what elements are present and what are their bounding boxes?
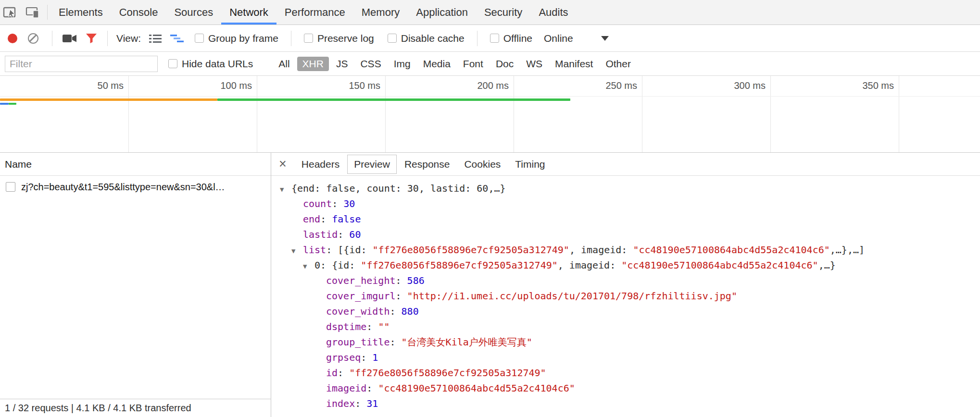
json-key: count: [303, 198, 332, 209]
checkbox-label: Offline: [503, 33, 532, 44]
checkbox-box[interactable]: [195, 34, 204, 43]
filter-pill-img[interactable]: Img: [389, 57, 416, 71]
tab-audits[interactable]: Audits: [530, 0, 576, 25]
request-checkbox[interactable]: [6, 182, 15, 192]
checkbox-hide-data-urls[interactable]: Hide data URLs: [168, 58, 253, 70]
summary-text: 1 / 32 requests | 4.1 KB / 4.1 KB transf…: [5, 403, 191, 414]
filter-pill-manifest[interactable]: Manifest: [550, 57, 598, 71]
preview-pane: ▼{end: false, count: 30, lastid: 60,…}co…: [271, 176, 980, 417]
timeline-tick-label: 350 ms: [807, 80, 894, 91]
tree-line: group_title: "台湾美女Kila户外唯美写真": [271, 334, 980, 350]
tab-performance[interactable]: Performance: [276, 0, 353, 25]
checkbox-offline[interactable]: Offline: [490, 33, 532, 44]
filter-pill-xhr[interactable]: XHR: [297, 57, 329, 71]
tab-network[interactable]: Network: [221, 0, 276, 25]
json-string: "cc48190e57100864abc4d55a2c4104c6": [621, 259, 818, 271]
camera-icon: [63, 34, 77, 43]
json-number: 60: [349, 229, 361, 240]
tab-console[interactable]: Console: [111, 0, 166, 25]
tree-line: lastid: 60: [271, 227, 980, 242]
capture-screenshots-button[interactable]: [63, 34, 77, 43]
checkbox-label: Disable cache: [401, 33, 465, 44]
filter-pill-js[interactable]: JS: [331, 57, 353, 71]
inspect-element-button[interactable]: [0, 0, 22, 25]
json-text: :: [361, 352, 372, 363]
timeline-gridline: [385, 76, 386, 152]
filter-pill-media[interactable]: Media: [418, 57, 456, 71]
checkbox-group-log-cache: Preserve logDisable cache: [297, 33, 471, 44]
expander-triangle-icon[interactable]: ▼: [291, 243, 303, 258]
json-string: "ff276e8056f58896e7cf92505a312749": [349, 367, 546, 379]
checkbox-preserve-log[interactable]: Preserve log: [304, 33, 374, 44]
requests-panel: Name zj?ch=beauty&t1=595&listtype=new&sn…: [0, 153, 271, 417]
timeline-gridline: [899, 76, 899, 152]
tab-elements[interactable]: Elements: [50, 0, 111, 25]
tab-security[interactable]: Security: [476, 0, 530, 25]
timeline-gridline: [642, 76, 642, 152]
checkbox-label: Group by frame: [208, 33, 278, 44]
tree-line[interactable]: ▼list: [{id: "ff276e8056f58896e7cf92505a…: [271, 242, 980, 258]
filter-input[interactable]: [5, 56, 158, 72]
preview-tree: ▼{end: false, count: 30, lastid: 60,…}co…: [271, 181, 980, 411]
close-details-button[interactable]: ×: [279, 158, 287, 171]
json-text: :: [338, 367, 349, 379]
expander-triangle-icon[interactable]: ▼: [280, 182, 291, 197]
json-text: :: [355, 398, 366, 409]
json-text: :: [396, 275, 407, 286]
json-text: , imageid:: [569, 244, 633, 256]
tab-application[interactable]: Application: [408, 0, 476, 25]
show-overview-button[interactable]: [170, 34, 184, 43]
json-text: :: [320, 213, 332, 225]
detail-tab-headers[interactable]: Headers: [295, 155, 346, 174]
expander-triangle-icon[interactable]: ▼: [303, 258, 314, 274]
toolbar-separator: [52, 31, 52, 46]
timeline-overview[interactable]: 50 ms100 ms150 ms200 ms250 ms300 ms350 m…: [0, 76, 980, 153]
tree-line[interactable]: ▼{end: false, count: 30, lastid: 60,…}: [271, 181, 980, 196]
filter-pill-all[interactable]: All: [273, 57, 295, 71]
devtools-tabbar: ElementsConsoleSourcesNetworkPerformance…: [0, 0, 980, 25]
tab-memory[interactable]: Memory: [353, 0, 408, 25]
json-text: ,…},…]: [830, 244, 865, 256]
checkbox-box[interactable]: [388, 34, 397, 43]
use-small-request-rows-button[interactable]: [149, 34, 162, 43]
device-toolbar-button[interactable]: [22, 0, 44, 25]
json-number: false: [332, 213, 361, 225]
name-column-header[interactable]: Name: [0, 153, 271, 176]
filter-toggle-button[interactable]: [86, 33, 97, 44]
checkbox-box[interactable]: [304, 34, 313, 43]
tree-line: cover_width: 880: [271, 304, 980, 319]
json-text: 0: [314, 259, 320, 271]
checkbox-disable-cache[interactable]: Disable cache: [388, 33, 465, 44]
detail-tabbar: × HeadersPreviewResponseCookiesTiming: [271, 153, 980, 176]
clear-button[interactable]: [28, 33, 38, 44]
tree-line[interactable]: ▼0: {id: "ff276e8056f58896e7cf92505a3127…: [271, 258, 980, 273]
detail-tab-timing[interactable]: Timing: [508, 155, 552, 174]
tab-sources[interactable]: Sources: [166, 0, 221, 25]
request-row[interactable]: zj?ch=beauty&t1=595&listtype=new&sn=30&l…: [0, 176, 271, 198]
filter-pill-other[interactable]: Other: [600, 57, 636, 71]
filter-pill-font[interactable]: Font: [458, 57, 489, 71]
filter-pill-ws[interactable]: WS: [521, 57, 548, 71]
json-number: 586: [407, 275, 425, 286]
throttling-dropdown[interactable]: Online: [544, 33, 609, 44]
json-text: :: [396, 290, 407, 302]
filter-pill-css[interactable]: CSS: [355, 57, 386, 71]
detail-tab-preview[interactable]: Preview: [347, 155, 397, 174]
json-text: :: [389, 336, 401, 348]
detail-tab-cookies[interactable]: Cookies: [457, 155, 507, 174]
json-text: :: [366, 321, 378, 332]
checkbox-box[interactable]: [168, 59, 177, 68]
filter-pill-doc[interactable]: Doc: [490, 57, 519, 71]
json-key: index: [326, 398, 355, 409]
toolbar-separator: [107, 31, 108, 46]
record-button[interactable]: [8, 34, 17, 43]
json-text: :: [366, 382, 378, 394]
json-text: [{id:: [338, 244, 372, 256]
json-number: 31: [366, 398, 378, 409]
detail-tab-response[interactable]: Response: [398, 155, 457, 174]
checkbox-group-by-frame[interactable]: Group by frame: [195, 33, 278, 44]
network-main: Name zj?ch=beauty&t1=595&listtype=new&sn…: [0, 153, 980, 417]
checkbox-box[interactable]: [490, 34, 499, 43]
timeline-tick-label: 300 ms: [679, 80, 766, 91]
json-text: , imageid:: [558, 259, 621, 271]
